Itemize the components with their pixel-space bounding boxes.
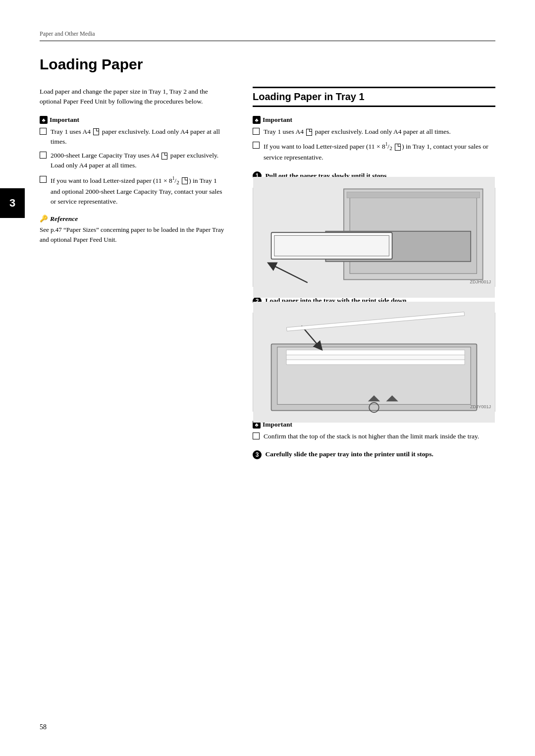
step-3-label: Carefully slide the paper tray into the … — [265, 450, 433, 458]
important-item-3: If you want to load Letter-sized paper (… — [40, 175, 228, 207]
svg-rect-13 — [286, 360, 465, 365]
svg-rect-7 — [347, 192, 480, 198]
paper-icon-3 — [182, 177, 188, 184]
intro-text: Load paper and change the paper size in … — [40, 87, 228, 107]
reference-block: 🔑 Reference See p.47 “Paper Sizes” conce… — [40, 215, 228, 244]
step-number-3: 3 — [253, 450, 262, 459]
illus-1-caption: ZDJH001J — [470, 279, 491, 284]
important-block-right: ♣ Important Tray 1 uses A4 paper exclusi… — [253, 116, 495, 163]
two-column-layout: Load paper and change the paper size in … — [40, 87, 495, 467]
checkbox-2 — [40, 152, 47, 159]
illustration-1: ZDJH001J — [253, 188, 495, 287]
checkbox-2-1 — [253, 432, 260, 439]
right-column: Loading Paper in Tray 1 ♣ Important Tray… — [253, 87, 495, 467]
step-3: 3 Carefully slide the paper tray into th… — [253, 449, 495, 459]
important-label-left: ♣ Important — [40, 116, 228, 124]
paper-load-svg — [253, 302, 495, 423]
breadcrumb: Paper and Other Media — [40, 30, 95, 37]
right-paper-icon-2 — [395, 144, 401, 151]
right-important-item-2: If you want to load Letter-sized paper (… — [253, 141, 495, 162]
svg-rect-12 — [286, 355, 465, 360]
checkbox-3 — [40, 176, 47, 183]
important-icon-right: ♣ — [253, 116, 261, 124]
left-column: Load paper and change the paper size in … — [40, 87, 228, 250]
chapter-number: 3 — [9, 197, 15, 210]
important-item-2: 2000-sheet Large Capacity Tray uses A4 p… — [40, 151, 228, 171]
chapter-tab: 3 — [0, 188, 25, 218]
section-title: Loading Paper in Tray 1 — [253, 87, 495, 107]
svg-rect-5 — [274, 235, 389, 256]
right-checkbox-2 — [253, 142, 260, 149]
right-important-item-1: Tray 1 uses A4 paper exclusively. Load o… — [253, 127, 495, 137]
reference-text: See p.47 “Paper Sizes” concerning paper … — [40, 225, 228, 244]
reference-label: 🔑 Reference — [40, 215, 228, 223]
right-paper-icon-1 — [306, 129, 312, 136]
page: 3 Paper and Other Media Loading Paper Lo… — [0, 0, 535, 756]
important-2-item-1: Confirm that the top of the stack is not… — [253, 432, 495, 441]
right-checkbox-1 — [253, 128, 260, 135]
illus-2-caption: ZDJY001J — [470, 404, 491, 409]
key-icon: 🔑 — [40, 215, 48, 223]
important-block-2: ♣ Important Confirm that the top of the … — [253, 421, 495, 441]
paper-icon-2 — [161, 153, 167, 160]
main-title: Loading Paper — [40, 56, 495, 73]
page-number: 58 — [40, 723, 47, 731]
tray-pull-svg — [253, 177, 495, 298]
illustration-2: ZDJY001J — [253, 313, 495, 412]
important-icon-left: ♣ — [40, 116, 48, 124]
important-item-1: Tray 1 uses A4 paper exclusively. Load o… — [40, 127, 228, 147]
header: Paper and Other Media — [40, 30, 495, 41]
important-label-right: ♣ Important — [253, 116, 495, 124]
paper-icon-1 — [93, 128, 99, 135]
svg-rect-11 — [286, 350, 465, 355]
important-block-left: ♣ Important Tray 1 uses A4 paper exclusi… — [40, 116, 228, 207]
checkbox-1 — [40, 128, 47, 135]
